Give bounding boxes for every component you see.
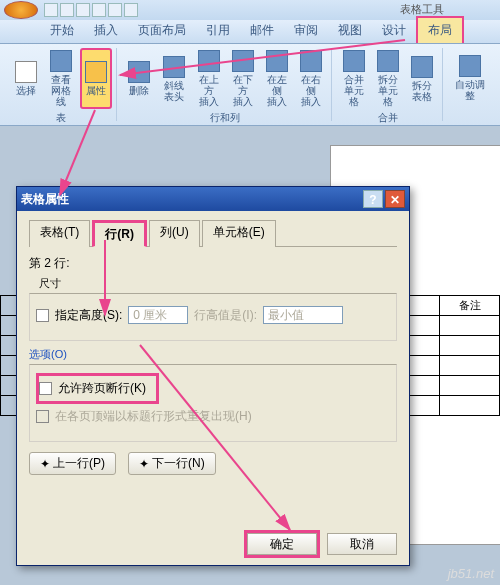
height-spinner[interactable]: 0 厘米: [128, 306, 188, 324]
close-button[interactable]: ✕: [385, 190, 405, 208]
table-header: 备注: [440, 296, 500, 316]
group-label: 表: [56, 109, 66, 125]
autofit-icon: [459, 55, 481, 77]
dialog-tabs: 表格(T) 行(R) 列(U) 单元格(E): [29, 219, 397, 247]
row-indicator: 第 2 行:: [29, 255, 397, 272]
previous-row-button[interactable]: ✦ 上一行(P): [29, 452, 116, 475]
insert-below-icon: [232, 50, 254, 72]
dialog-title: 表格属性: [21, 191, 69, 208]
ok-button[interactable]: 确定: [247, 533, 317, 555]
tab-row-props[interactable]: 行(R): [92, 220, 147, 247]
properties-button[interactable]: 属性: [80, 48, 112, 109]
cancel-button[interactable]: 取消: [327, 533, 397, 555]
split-icon: [377, 50, 399, 72]
repeat-header-label: 在各页顶端以标题行形式重复出现(H): [55, 408, 252, 425]
grid-icon: [50, 50, 72, 72]
dialog-titlebar[interactable]: 表格属性 ? ✕: [17, 187, 409, 211]
group-label: 行和列: [210, 109, 240, 125]
diagonal-header-button[interactable]: 斜线表头: [157, 48, 191, 109]
select-button[interactable]: 选择: [10, 48, 42, 109]
tab-table-props[interactable]: 表格(T): [29, 220, 90, 247]
help-button[interactable]: ?: [363, 190, 383, 208]
tab-design[interactable]: 设计: [372, 18, 416, 43]
properties-icon: [85, 61, 107, 83]
merge-cells-button[interactable]: 合并单元格: [338, 48, 370, 109]
quick-access-toolbar: [44, 3, 138, 17]
group-autofit: 自动调整: [445, 48, 494, 121]
tab-mailings[interactable]: 邮件: [240, 18, 284, 43]
tab-column-props[interactable]: 列(U): [149, 220, 200, 247]
view-gridlines-button[interactable]: 查看网格线: [44, 48, 78, 109]
insert-below-button[interactable]: 在下方插入: [227, 48, 259, 109]
autofit-button[interactable]: 自动调整: [449, 48, 490, 108]
insert-left-icon: [266, 50, 288, 72]
cursor-icon: [15, 61, 37, 83]
tab-home[interactable]: 开始: [40, 18, 84, 43]
ribbon: 选择 查看网格线 属性 表 删除 斜线表头 在上方插入 在下方插入 在左侧插入 …: [0, 44, 500, 126]
insert-left-button[interactable]: 在左侧插入: [261, 48, 293, 109]
group-merge: 合并单元格 拆分单元格 拆分表格 合并: [334, 48, 443, 121]
group-label: 合并: [378, 109, 398, 125]
contextual-tab-label: 表格工具: [394, 0, 450, 19]
height-is-label: 行高值是(I):: [194, 307, 257, 324]
tab-cell-props[interactable]: 单元格(E): [202, 220, 276, 247]
insert-above-icon: [198, 50, 220, 72]
delete-icon: [128, 61, 150, 83]
qat-undo-icon[interactable]: [60, 3, 74, 17]
qat-item-icon[interactable]: [108, 3, 122, 17]
split-table-icon: [411, 56, 433, 78]
size-label: 尺寸: [39, 276, 397, 291]
ribbon-tabs: 开始 插入 页面布局 引用 邮件 审阅 视图 设计 布局: [0, 20, 500, 44]
merge-icon: [343, 50, 365, 72]
tab-review[interactable]: 审阅: [284, 18, 328, 43]
diagonal-icon: [163, 56, 185, 78]
qat-redo-icon[interactable]: [76, 3, 90, 17]
specify-height-label: 指定高度(S):: [55, 307, 122, 324]
tab-page-layout[interactable]: 页面布局: [128, 18, 196, 43]
allow-break-checkbox[interactable]: [39, 382, 52, 395]
height-type-select[interactable]: 最小值: [263, 306, 343, 324]
tab-insert[interactable]: 插入: [84, 18, 128, 43]
watermark: jb51.net: [448, 566, 494, 581]
insert-above-button[interactable]: 在上方插入: [193, 48, 225, 109]
tab-layout[interactable]: 布局: [416, 16, 464, 43]
delete-button[interactable]: 删除: [123, 48, 155, 109]
insert-right-icon: [300, 50, 322, 72]
next-row-button[interactable]: ✦ 下一行(N): [128, 452, 216, 475]
qat-print-icon[interactable]: [92, 3, 106, 17]
options-label: 选项(O): [29, 347, 397, 362]
tab-view[interactable]: 视图: [328, 18, 372, 43]
specify-height-checkbox[interactable]: [36, 309, 49, 322]
group-table: 选择 查看网格线 属性 表: [6, 48, 117, 121]
group-rows-cols: 删除 斜线表头 在上方插入 在下方插入 在左侧插入 在右侧插入 行和列: [119, 48, 332, 121]
qat-item-icon[interactable]: [124, 3, 138, 17]
title-bar: 表格工具: [0, 0, 500, 20]
repeat-header-checkbox: [36, 410, 49, 423]
split-table-button[interactable]: 拆分表格: [406, 48, 438, 109]
table-properties-dialog: 表格属性 ? ✕ 表格(T) 行(R) 列(U) 单元格(E) 第 2 行: 尺…: [16, 186, 410, 566]
qat-save-icon[interactable]: [44, 3, 58, 17]
split-cells-button[interactable]: 拆分单元格: [372, 48, 404, 109]
insert-right-button[interactable]: 在右侧插入: [295, 48, 327, 109]
allow-break-label: 允许跨页断行(K): [58, 380, 146, 397]
office-button[interactable]: [4, 1, 38, 19]
tab-references[interactable]: 引用: [196, 18, 240, 43]
